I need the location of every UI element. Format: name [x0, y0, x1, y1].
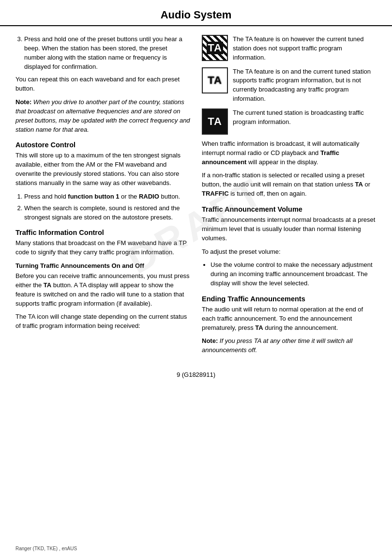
ending-note: Note: If you press TA at any other time … — [202, 337, 377, 355]
autostore-body: This will store up to a maximum of the t… — [15, 151, 190, 187]
ta-icon-black: TA — [202, 108, 228, 135]
turning-body1: Before you can receive traffic announcem… — [15, 272, 190, 308]
ta-icon3-text: The current tuned station is broadcastin… — [233, 108, 377, 127]
autostore-heading: Autostore Control — [15, 141, 190, 149]
ta-icon1-text: The TA feature is on however the current… — [233, 35, 377, 62]
ta-icon-striped: TA — [202, 35, 228, 61]
note-text: When you drive to another part of the co… — [15, 98, 190, 133]
footer-note: Ranger (TKD, TKE) , enAUS — [15, 546, 77, 551]
page-title: Audio System — [0, 0, 392, 26]
autostore-step2: When the search is complete, sound is re… — [24, 204, 190, 222]
bullet-volume: Use the volume control to make the neces… — [211, 261, 377, 288]
repeat-note: You can repeat this on each waveband and… — [15, 75, 190, 93]
ta-icon-block-1: TA The TA feature is on however the curr… — [202, 35, 377, 62]
ta-vol-body: Traffic announcements interrupt normal b… — [202, 216, 377, 243]
footer: 9 (G1828911) — [0, 371, 392, 382]
to-adjust: To adjust the preset volume: — [202, 248, 377, 257]
left-column: Press and hold one of the preset buttons… — [15, 35, 190, 359]
ending-note-label: Note: — [202, 337, 218, 344]
turning-body2: The TA icon will change state depending … — [15, 312, 190, 331]
note-label: Note: — [15, 98, 31, 106]
ending-heading: Ending Traffic Announcements — [202, 295, 377, 303]
ending-note-text: If you press TA at any other time it wil… — [202, 337, 352, 354]
turning-heading: Turning Traffic Announcements On and Off — [15, 262, 190, 269]
note-paragraph: Note: When you drive to another part of … — [15, 98, 190, 134]
ending-body: The audio unit will return to normal ope… — [202, 305, 377, 333]
traffic-body: Many stations that broadcast on the FM w… — [15, 239, 190, 257]
right-column: TA The TA feature is on however the curr… — [202, 35, 377, 359]
ta-icon-white: TA — [202, 67, 228, 93]
ta-icon2-text: The TA feature is on and the current tun… — [233, 67, 377, 104]
step3-item: Press and hold one of the preset buttons… — [24, 35, 190, 71]
ta-icon-block-2: TA The TA feature is on and the current … — [202, 67, 377, 104]
traffic-heading: Traffic Information Control — [15, 229, 190, 236]
ta-vol-heading: Traffic Announcement Volume — [202, 205, 377, 213]
non-traffic: If a non-traffic station is selected or … — [202, 171, 377, 199]
when-broadcast: When traffic information is broadcast, i… — [202, 140, 377, 167]
autostore-step1: Press and hold function button 1 or the … — [24, 192, 190, 202]
page-number: 9 (G1828911) — [177, 371, 215, 378]
ta-icon-block-3: TA The current tuned station is broadcas… — [202, 108, 377, 135]
